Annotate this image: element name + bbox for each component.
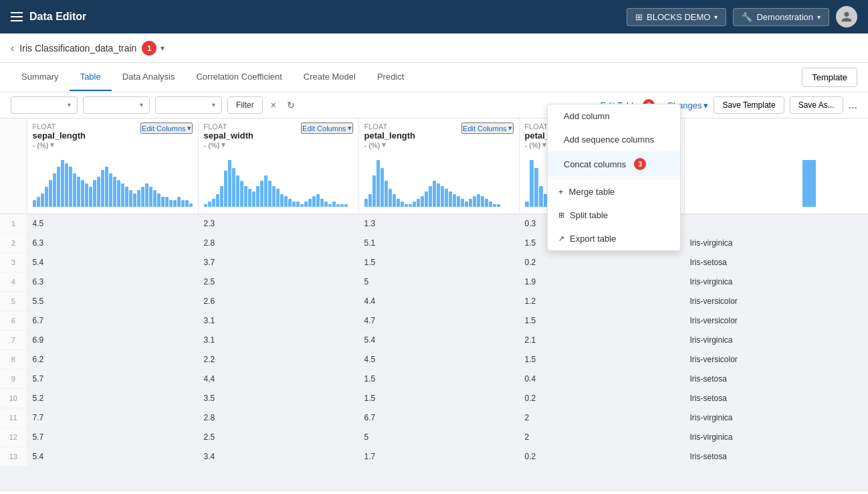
cell-petal-width: 0.2 [519, 447, 684, 467]
cell-petal-width: 2 [519, 408, 684, 428]
cell-petal-width: 0.4 [519, 369, 684, 389]
blocks-icon: ⊞ [635, 12, 643, 22]
col-meta-petal-length: FLOAT petal_length - (%) ▾ [364, 122, 416, 149]
cell-sepal-length: 6.7 [27, 311, 198, 331]
tab-summary[interactable]: Summary [11, 64, 70, 91]
col-format-text-petal-length: - (%) [364, 141, 381, 149]
concat-columns-label: Concat columns [564, 159, 626, 169]
table-body: 1 4.5 2.3 1.3 0.3 2 6.3 2.8 5.1 1.5 Iris… [0, 214, 868, 467]
hamburger-menu[interactable] [11, 12, 23, 21]
cell-sepal-length: 5.5 [27, 292, 198, 311]
dataset-caret[interactable]: ▾ [160, 44, 165, 53]
avatar[interactable] [836, 6, 857, 27]
col-format-sepal-width: - (%) ▾ [204, 141, 253, 149]
dropdown-merge-table[interactable]: + Merge table [548, 180, 680, 203]
cell-petal-length: 1.3 [358, 214, 519, 234]
row-num-cell: 9 [0, 369, 27, 389]
wrench-icon: 🔧 [742, 12, 752, 22]
template-button[interactable]: Template [802, 68, 857, 87]
row-num-cell: 11 [0, 408, 27, 428]
cell-petal-length: 1.5 [358, 253, 519, 272]
tab-correlation-coefficient[interactable]: Correlation Coefficient [185, 64, 292, 91]
filter-select-3-wrap [155, 96, 222, 114]
clear-filter-button[interactable]: × [268, 97, 279, 113]
row-num-cell: 5 [0, 292, 27, 311]
toolbar: Filter × ↻ Edit Table 2 ▾ Changes ▾ Save… [0, 92, 868, 118]
cell-species: Iris-setosa [684, 253, 868, 272]
row-num-cell: 7 [0, 331, 27, 350]
col-format-caret-petal-width[interactable]: ▾ [542, 141, 546, 149]
save-as-button[interactable]: Save As... [790, 96, 843, 114]
cell-species: Iris-versicolor [684, 311, 868, 331]
col-format-sepal-length: - (%) ▾ [33, 141, 86, 149]
edit-cols-sepal-width[interactable]: Edit Columns ▾ [301, 122, 352, 134]
tab-predict[interactable]: Predict [366, 64, 415, 91]
col-type-sepal-length: FLOAT [33, 122, 86, 131]
filter-select-3[interactable] [155, 96, 222, 114]
cell-sepal-width: 2.3 [198, 214, 358, 234]
export-table-label: Export table [570, 234, 616, 244]
add-column-label: Add column [564, 111, 610, 121]
merge-table-label: Merge table [569, 187, 615, 197]
cell-sepal-width: 3.1 [198, 331, 358, 350]
blocks-demo-button[interactable]: ⊞ BLOCKS DEMO ▾ [627, 8, 726, 26]
cell-petal-length: 4.4 [358, 292, 519, 311]
cell-sepal-width: 4.4 [198, 369, 358, 389]
cell-petal-length: 1.5 [358, 369, 519, 389]
tabs-left: Summary Table Data Analysis Correlation … [11, 64, 415, 91]
cell-petal-length: 5.1 [358, 234, 519, 253]
dropdown-add-column[interactable]: Add column [548, 104, 680, 128]
filter-select-1[interactable] [11, 96, 78, 114]
filter-select-1-wrap [11, 96, 78, 114]
cell-species: Iris-virginica [684, 331, 868, 350]
dropdown-export-table[interactable]: ↗ Export table [548, 227, 680, 250]
col-header-sepal-length: FLOAT sepal_length - (%) ▾ Edit Columns … [27, 118, 198, 214]
cell-species: Iris-versicolor [684, 350, 868, 369]
save-template-button[interactable]: Save Template [714, 96, 784, 114]
col-format-caret-sepal-width[interactable]: ▾ [221, 141, 225, 149]
demonstration-button[interactable]: 🔧 Demonstration ▾ [733, 8, 829, 26]
col-type-sepal-width: FLOAT [204, 122, 253, 131]
tab-create-model[interactable]: Create Model [293, 64, 366, 91]
cell-species: Iris-virginica [684, 234, 868, 253]
cell-sepal-width: 2.5 [198, 272, 358, 292]
filter-button[interactable]: Filter [227, 96, 263, 114]
refresh-button[interactable]: ↻ [284, 97, 298, 113]
edit-cols-petal-length[interactable]: Edit Columns ▾ [461, 122, 513, 134]
cell-sepal-width: 3.4 [198, 447, 358, 467]
table-row: 12 5.7 2.5 5 2 Iris-virginica [0, 428, 868, 447]
dropdown-concat-columns[interactable]: Concat columns 3 [548, 151, 680, 177]
col-format-text-petal-width: - (%) [525, 141, 541, 149]
chart-sepal-length [33, 149, 193, 210]
dataset-name: Iris Classification_data_train 1 ▾ [19, 41, 165, 56]
changes-caret: ▾ [703, 100, 708, 110]
dropdown-add-sequence-columns[interactable]: Add sequence columns [548, 128, 680, 151]
edit-cols-sepal-length[interactable]: Edit Columns ▾ [140, 122, 192, 134]
filter-select-2[interactable] [83, 96, 150, 114]
edit-cols-label-petal-length: Edit Columns [463, 125, 506, 133]
cell-petal-length: 4.7 [358, 311, 519, 331]
col-format-caret-petal-length[interactable]: ▾ [382, 141, 386, 149]
table-row: 8 6.2 2.2 4.5 1.5 Iris-versicolor [0, 350, 868, 369]
dropdown-divider-1 [548, 178, 680, 179]
more-options-button[interactable]: ... [849, 99, 857, 111]
sub-header: ‹ Iris Classification_data_train 1 ▾ [0, 33, 868, 63]
filter-select-2-wrap [83, 96, 150, 114]
cell-sepal-length: 5.7 [27, 428, 198, 447]
dropdown-split-table[interactable]: ⊞ Split table [548, 203, 680, 227]
row-num-header [0, 118, 27, 214]
col-header-top-sepal-length: FLOAT sepal_length - (%) ▾ Edit Columns … [33, 122, 193, 149]
step-badge-1: 1 [142, 41, 156, 56]
cell-sepal-length: 6.3 [27, 234, 198, 253]
cell-petal-length: 5 [358, 272, 519, 292]
col-format-caret-sepal-length[interactable]: ▾ [50, 141, 54, 149]
cell-species: Iris-virginica [684, 408, 868, 428]
table-scroll-area[interactable]: FLOAT sepal_length - (%) ▾ Edit Columns … [0, 118, 868, 490]
cell-petal-width: 1.9 [519, 272, 684, 292]
tab-table[interactable]: Table [70, 64, 112, 91]
col-format-text-sepal-width: - (%) [204, 141, 220, 149]
app-header: Data Editor ⊞ BLOCKS DEMO ▾ 🔧 Demonstrat… [0, 0, 868, 33]
tab-data-analysis[interactable]: Data Analysis [112, 64, 186, 91]
header-right: ⊞ BLOCKS DEMO ▾ 🔧 Demonstration ▾ [627, 6, 857, 27]
back-button[interactable]: ‹ [11, 42, 14, 54]
